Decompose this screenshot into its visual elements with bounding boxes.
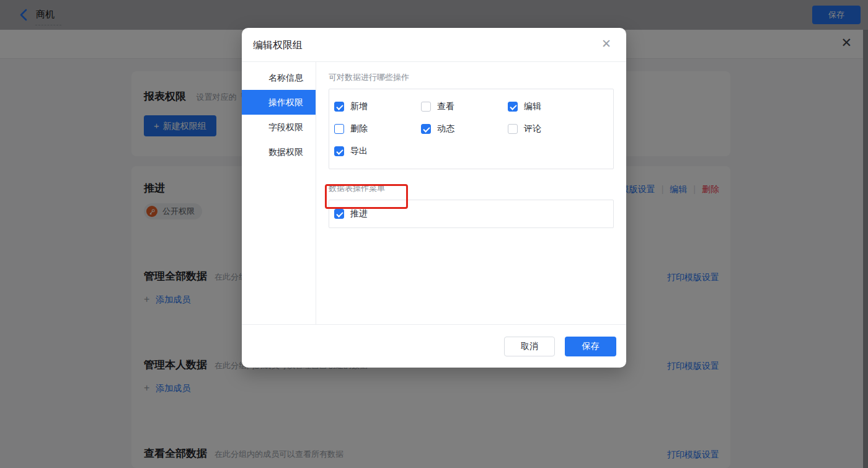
tab-field-permissions[interactable]: 字段权限 [242,115,316,139]
menu-checkbox-box: 推进 [329,200,614,228]
checkbox[interactable] [508,102,518,112]
save-button[interactable]: 保存 [565,337,616,356]
modal-footer: 取消 保存 [242,324,626,368]
checkbox-label: 评论 [524,123,541,135]
tab-operation-permissions[interactable]: 操作权限 [242,90,316,115]
modal-header: 编辑权限组 ✕ [242,28,626,62]
checkbox-label: 推进 [350,208,368,219]
checkbox-item-advance[interactable]: 推进 [334,208,368,219]
operations-section-label: 可对数据进行哪些操作 [329,72,614,83]
checkbox-label: 新增 [350,101,368,112]
operations-checkbox-grid: 新增 查看 编辑 删除 动态 评论 导出 [329,89,614,169]
checkbox[interactable] [334,146,344,156]
checkbox-item-delete[interactable]: 删除 [334,123,421,135]
checkbox-item-activity[interactable]: 动态 [421,123,508,135]
checkbox-label: 删除 [350,123,368,135]
edit-permission-group-modal: 编辑权限组 ✕ 名称信息 操作权限 字段权限 数据权限 可对数据进行哪些操作 新… [242,28,626,368]
cancel-button[interactable]: 取消 [504,337,555,356]
checkbox-label: 编辑 [524,101,541,112]
checkbox[interactable] [508,124,518,134]
checkbox-label: 动态 [437,123,454,135]
checkbox[interactable] [421,124,431,134]
tab-name-info[interactable]: 名称信息 [242,65,316,90]
checkbox-item-comment[interactable]: 评论 [508,123,595,135]
modal-body: 名称信息 操作权限 字段权限 数据权限 可对数据进行哪些操作 新增 查看 编辑 … [242,62,626,324]
screen: 商机 保存 ✕ 报表权限 设置对应的「报表」权限 +新建权限组 推进 打印模版设… [0,0,868,468]
checkbox-item-export[interactable]: 导出 [334,146,421,157]
menu-section-label: 数据表操作菜单 [329,183,614,194]
modal-close-icon[interactable]: ✕ [601,38,611,50]
checkbox[interactable] [334,209,344,219]
tab-data-permissions[interactable]: 数据权限 [242,139,316,164]
checkbox-label: 查看 [437,101,454,112]
checkbox-item-edit[interactable]: 编辑 [508,101,595,112]
modal-tab-list: 名称信息 操作权限 字段权限 数据权限 [242,62,316,324]
checkbox-item-add[interactable]: 新增 [334,101,421,112]
modal-title: 编辑权限组 [253,39,303,52]
checkbox[interactable] [334,102,344,112]
checkbox[interactable] [334,124,344,134]
checkbox[interactable] [421,102,431,112]
checkbox-item-view[interactable]: 查看 [421,101,508,112]
checkbox-label: 导出 [350,146,368,157]
modal-content: 可对数据进行哪些操作 新增 查看 编辑 删除 动态 评论 导出 数据表操作菜单 … [316,62,626,324]
